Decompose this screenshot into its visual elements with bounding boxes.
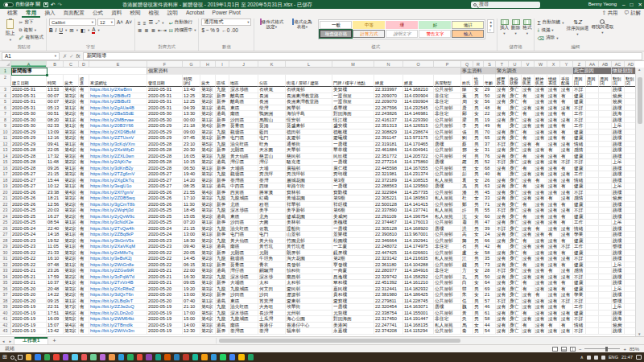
cell[interactable]: 2020-05-23 (147, 238, 183, 245)
cell[interactable]: 2020-05-22 (147, 262, 183, 269)
cell[interactable]: 第3宗 (200, 87, 216, 93)
cell[interactable]: 沒有 (522, 178, 535, 184)
cell[interactable]: 私人屋苑 (434, 178, 461, 184)
cell[interactable]: 朱 (461, 292, 473, 298)
cell[interactable]: 石硤尾邨 (286, 87, 332, 93)
cell[interactable]: 第6期 (332, 208, 374, 214)
cell[interactable]: 跳樓 (612, 190, 625, 196)
cell[interactable]: 女 (473, 280, 484, 286)
cell[interactable]: 公共屋邨 (434, 87, 461, 93)
cell[interactable]: 感情 (573, 195, 586, 202)
cell[interactable]: 113.967001 (403, 232, 434, 238)
cell[interactable]: 第1宗 (200, 298, 216, 305)
cell[interactable]: 16:10 (47, 256, 64, 262)
cell[interactable]: 上吊 (612, 159, 625, 166)
cell[interactable]: 2020-05-25 (11, 220, 47, 226)
cell[interactable]: 有 (79, 105, 89, 112)
column-header-Q[interactable]: Q (461, 61, 473, 68)
cell[interactable] (586, 111, 599, 117)
cell[interactable]: 祥華邨 (286, 202, 332, 208)
column-header-Z[interactable]: Z (573, 61, 586, 68)
cell-style-中等[interactable]: 中等 (353, 21, 385, 29)
cell[interactable]: 九龍城區 (229, 286, 258, 293)
user-name[interactable]: Benny Yeong (588, 2, 617, 6)
cell[interactable]: 76 (484, 154, 496, 160)
cell[interactable]: 愛東邨 (286, 298, 332, 305)
formula-input[interactable]: 新聞報導 (83, 52, 642, 60)
cell[interactable]: 沒有 (535, 171, 547, 178)
cell[interactable]: https://bit.ly/2WqHj3d (89, 208, 147, 214)
cell[interactable]: 女 (473, 178, 484, 184)
cell[interactable]: 2020-05-29 (147, 135, 183, 142)
cell[interactable]: 不詳 (496, 142, 509, 148)
cell[interactable]: 男 (473, 304, 484, 311)
cell[interactable] (599, 195, 612, 202)
cell[interactable]: https://bit.ly/2ZGw9tR (89, 268, 147, 274)
cell[interactable]: 男 (473, 220, 484, 226)
cell[interactable]: 身亡 (509, 190, 522, 196)
cell[interactable]: 有 (522, 311, 535, 317)
cell[interactable]: 身亡 (509, 311, 522, 317)
cell[interactable]: 身亡 (509, 93, 522, 100)
cell[interactable]: 07:45 (183, 135, 200, 142)
cell[interactable] (625, 316, 635, 323)
cell[interactable]: 沒有 (496, 311, 509, 317)
cell[interactable]: 不詳 (560, 159, 573, 166)
cell[interactable]: 秀明樓 (332, 171, 374, 178)
cell[interactable]: https://bit.ly/2TvQw4h (89, 226, 147, 232)
cell[interactable] (625, 214, 635, 220)
cell[interactable]: 沒有 (496, 135, 509, 142)
cell[interactable]: 港島 (216, 268, 229, 274)
cell[interactable]: 一渡假屋 (332, 99, 374, 105)
group-header-事主資料[interactable]: 事主資料 (461, 68, 496, 75)
cell[interactable] (586, 208, 599, 214)
cell[interactable]: https://bit.ly/2XaVKqM (89, 244, 147, 250)
cell[interactable]: 2020-05-20 (11, 298, 47, 305)
align-left-icon[interactable]: ≣ (138, 27, 142, 34)
taskbar-app-icon[interactable] (183, 354, 189, 360)
cell[interactable]: 上吊 (612, 262, 625, 269)
cell[interactable]: 第2宗 (200, 226, 216, 232)
language-indicator[interactable]: ENG (609, 355, 618, 360)
field-header[interactable]: 類別 [2] (625, 75, 635, 87)
cell[interactable]: 葵涌 (258, 123, 286, 130)
cell[interactable]: 沒有 (547, 244, 560, 250)
cell[interactable]: 沒有 (547, 311, 560, 317)
cell[interactable]: 學業 (573, 292, 586, 298)
cell[interactable]: 沒有 (535, 262, 547, 269)
cell[interactable]: 身亡 (509, 159, 522, 166)
taskbar-app-icon[interactable] (201, 354, 208, 360)
cell[interactable]: 有 (560, 262, 573, 269)
cell[interactable] (625, 250, 635, 257)
cell[interactable]: 秦 (461, 328, 473, 335)
cell[interactable]: 114.030904 (403, 99, 434, 105)
cell[interactable]: 屯門區 (229, 232, 258, 238)
cell[interactable]: 燒炭 (612, 323, 625, 329)
cell[interactable]: 第1宗 (200, 183, 216, 190)
cell[interactable]: 女 (473, 214, 484, 220)
cell[interactable]: 114.161210 (403, 280, 434, 286)
cell[interactable]: 有 (79, 135, 89, 142)
cell[interactable]: https://bit.ly/2XD9BuM (89, 130, 147, 136)
cell[interactable]: 第2宗 (200, 274, 216, 281)
cell[interactable]: 第2宗 (64, 135, 79, 142)
cell[interactable]: 06:15 (183, 262, 200, 269)
cell[interactable]: 公共屋邨 (434, 171, 461, 178)
italic-button[interactable]: I (56, 27, 57, 33)
cell[interactable]: 沒有 (547, 208, 560, 214)
ribbon-tab-插入[interactable]: 插入 (40, 9, 59, 18)
zoom-out-button[interactable]: − (579, 347, 582, 352)
cell[interactable]: 上吊 (612, 183, 625, 190)
align-middle-icon[interactable]: ≡ (143, 20, 147, 26)
cell[interactable]: 身亡 (509, 99, 522, 105)
cell[interactable]: 有 (535, 142, 547, 148)
column-header-E[interactable]: E (89, 61, 147, 68)
cell[interactable]: 沒有 (547, 135, 560, 142)
field-header[interactable]: 精神 疾患 (535, 75, 547, 87)
cell[interactable]: 45 (484, 190, 496, 196)
cell[interactable]: 有 (560, 214, 573, 220)
cell[interactable] (586, 250, 599, 257)
cell[interactable]: 西環 (258, 183, 286, 190)
cell[interactable] (599, 105, 612, 112)
cell[interactable]: 沒有 (547, 117, 560, 124)
